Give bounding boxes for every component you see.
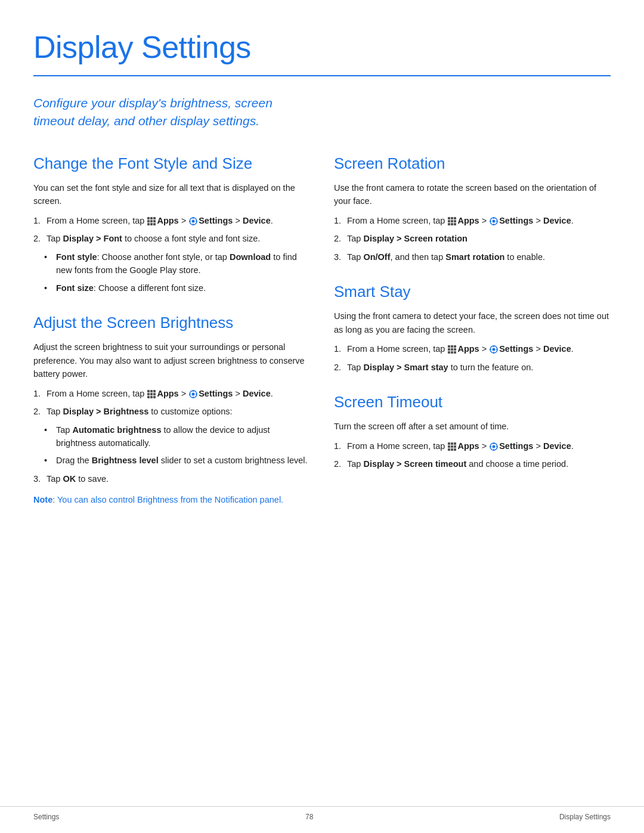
svg-rect-18 (147, 393, 150, 395)
smart-stay-section-title: Smart Stay (334, 280, 611, 304)
svg-rect-53 (454, 351, 456, 354)
rotation-step-3-num: 3. (334, 250, 347, 264)
page-title: Display Settings (33, 24, 611, 70)
font-sub-list: • Font style: Choose another font style,… (33, 250, 310, 295)
brightness-step-2-content: Tap Display > Brightness to customize op… (47, 405, 310, 418)
smart-stay-step-2-num: 2. (334, 361, 347, 374)
svg-rect-15 (147, 390, 150, 392)
brightness-note: Note: You can also control Brightness fr… (33, 494, 310, 507)
font-step-1: 1. From a Home screen, tap (33, 214, 310, 227)
two-column-layout: Change the Font Style and Size You can s… (33, 152, 611, 507)
font-sub-2-text: Font size: Choose a different font size. (56, 281, 206, 295)
rotation-step-1-content: From a Home screen, tap Apps > (347, 214, 611, 227)
svg-rect-65 (454, 445, 456, 448)
font-step-1-from: From a Home screen, tap (47, 216, 147, 225)
rotation-step-2-content: Tap Display > Screen rotation (347, 232, 611, 245)
timeout-section-title: Screen Timeout (334, 391, 611, 414)
svg-rect-30 (448, 217, 450, 219)
brightness-step-1-from: From a Home screen, tap (47, 389, 147, 398)
svg-rect-49 (451, 348, 453, 351)
brightness-sub-1-text: Tap Automatic brightness to allow the de… (56, 423, 310, 450)
svg-rect-2 (153, 217, 156, 219)
svg-rect-62 (454, 442, 456, 445)
svg-rect-51 (448, 351, 450, 354)
font-step-2-bold: Display > Font (63, 234, 122, 243)
svg-rect-6 (147, 223, 150, 225)
brightness-step-3: 3. Tap OK to save. (33, 472, 310, 485)
brightness-step-3-content: Tap OK to save. (47, 472, 310, 485)
svg-rect-50 (454, 348, 456, 351)
svg-rect-5 (153, 220, 156, 222)
font-step-1-num: 1. (33, 214, 47, 227)
bullet-3: • (44, 423, 54, 436)
page-container: Display Settings Configure your display'… (0, 0, 644, 543)
timeout-step-2-num: 2. (334, 457, 347, 470)
svg-rect-38 (454, 223, 456, 225)
svg-rect-48 (448, 348, 450, 351)
brightness-sub-list: • Tap Automatic brightness to allow the … (33, 423, 310, 467)
svg-rect-63 (448, 445, 450, 448)
rotation-step-3-content: Tap On/Off, and then tap Smart rotation … (347, 250, 611, 264)
smart-stay-step-1: 1. From a Home screen, tap (334, 342, 611, 355)
font-sub-1-text: Font style: Choose another font style, o… (56, 250, 310, 277)
font-section-body: You can set the font style and size for … (33, 181, 310, 208)
svg-rect-45 (448, 345, 450, 348)
apps-icon-3 (447, 216, 457, 226)
smart-stay-step-1-num: 1. (334, 342, 347, 355)
svg-rect-32 (454, 217, 456, 219)
rotation-step-3: 3. Tap On/Off, and then tap Smart rotati… (334, 250, 611, 264)
rotation-step-2: 2. Tap Display > Screen rotation (334, 232, 611, 245)
svg-rect-47 (454, 345, 456, 348)
font-step-1-apps: Apps (157, 216, 178, 225)
svg-rect-31 (451, 217, 453, 219)
brightness-step-2-num: 2. (33, 405, 47, 418)
font-section-title: Change the Font Style and Size (33, 152, 310, 175)
font-step-1-settings: Settings (199, 216, 233, 225)
font-sub-2: • Font size: Choose a different font siz… (44, 281, 310, 295)
settings-icon-1 (188, 216, 198, 226)
svg-rect-67 (451, 448, 453, 451)
note-label: Note (33, 495, 52, 504)
footer-center: 78 (305, 812, 313, 822)
rotation-step-1: 1. From a Home screen, tap (334, 214, 611, 227)
rotation-step-1-num: 1. (334, 214, 347, 227)
rotation-step-2-num: 2. (334, 232, 347, 245)
font-step-2: 2. Tap Display > Font to choose a font s… (33, 232, 310, 245)
svg-rect-4 (150, 220, 153, 222)
brightness-step3-list: 3. Tap OK to save. (33, 472, 310, 485)
svg-rect-66 (448, 448, 450, 451)
brightness-sub-2-text: Drag the Brightness level slider to set … (56, 454, 308, 467)
svg-rect-23 (153, 396, 156, 398)
brightness-section-title: Adjust the Screen Brightness (33, 311, 310, 335)
brightness-step-1-content: From a Home screen, tap Apps > (47, 387, 310, 400)
svg-rect-3 (147, 220, 150, 222)
svg-point-25 (192, 392, 195, 395)
timeout-section-body: Turn the screen off after a set amount o… (334, 420, 611, 433)
svg-point-40 (493, 219, 496, 222)
smart-stay-step-1-content: From a Home screen, tap Apps > (347, 342, 611, 355)
settings-icon-3 (489, 216, 499, 226)
apps-icon-4 (447, 345, 457, 354)
settings-icon-2 (188, 389, 198, 399)
svg-rect-64 (451, 445, 453, 448)
svg-rect-22 (150, 396, 153, 398)
svg-rect-34 (451, 220, 453, 222)
svg-rect-37 (451, 223, 453, 225)
font-step-1-content: From a Home screen, tap Ap (47, 214, 310, 227)
left-column: Change the Font Style and Size You can s… (33, 152, 310, 507)
svg-rect-20 (153, 393, 156, 395)
brightness-step-2: 2. Tap Display > Brightness to customize… (33, 405, 310, 418)
apps-icon-5 (447, 442, 457, 451)
svg-rect-68 (454, 448, 456, 451)
svg-point-55 (493, 348, 496, 351)
svg-rect-36 (448, 223, 450, 225)
brightness-sub-1: • Tap Automatic brightness to allow the … (44, 423, 310, 450)
svg-point-10 (192, 219, 195, 222)
brightness-step-1: 1. From a Home screen, tap (33, 387, 310, 400)
timeout-steps-list: 1. From a Home screen, tap (334, 439, 611, 471)
footer-left: Settings (33, 812, 59, 822)
smart-stay-step-2: 2. Tap Display > Smart stay to turn the … (334, 361, 611, 374)
apps-icon (147, 216, 156, 226)
smart-stay-steps-list: 1. From a Home screen, tap (334, 342, 611, 374)
svg-rect-33 (448, 220, 450, 222)
